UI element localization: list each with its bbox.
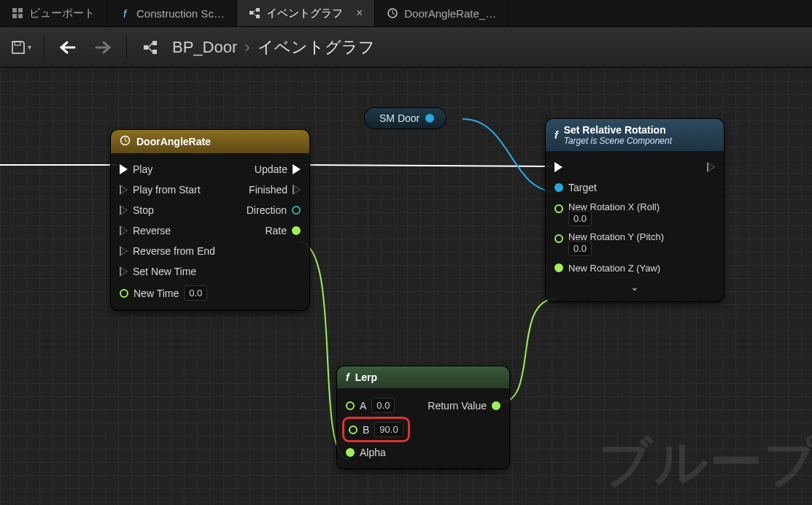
breadcrumb: BP_Door › イベントグラフ <box>172 36 375 58</box>
watermark: ブループ <box>599 428 812 498</box>
input-pin-a[interactable] <box>346 401 355 410</box>
exec-in[interactable] <box>554 162 562 172</box>
clock-icon <box>120 135 131 148</box>
tab-viewport[interactable]: ビューポート <box>0 0 107 26</box>
set-relative-rotation-node[interactable]: f Set Relative Rotation Target is Scene … <box>546 119 724 301</box>
input-pin-roll[interactable] <box>554 204 563 213</box>
pin-label: Alpha <box>360 447 386 458</box>
a-input[interactable]: 0.0 <box>371 398 395 413</box>
input-pin-target[interactable] <box>554 183 563 192</box>
input-pin-alpha[interactable] <box>346 448 355 457</box>
tab-doorangle-timeline[interactable]: DoorAngleRate_… <box>375 0 509 26</box>
node-body: A0.0 Return Value B90.0 Alpha <box>337 388 509 469</box>
save-dropdown-button[interactable]: ▾ <box>7 34 34 61</box>
lerp-node[interactable]: f Lerp A0.0 Return Value B90.0 Alpha <box>337 366 509 469</box>
exec-out-finished[interactable] <box>293 185 301 195</box>
pin-label: Set New Time <box>133 266 196 277</box>
breadcrumb-root[interactable]: BP_Door <box>172 38 237 57</box>
tab-label: DoorAngleRate_… <box>404 7 496 20</box>
nav-back-button[interactable] <box>55 34 81 61</box>
svg-line-17 <box>148 47 152 52</box>
svg-rect-1 <box>18 8 23 12</box>
viewport-icon <box>12 7 23 19</box>
node-title: Lerp <box>355 371 377 383</box>
node-header: f Set Relative Rotation Target is Scene … <box>546 119 724 151</box>
new-time-input[interactable]: 0.0 <box>184 285 207 301</box>
graph-canvas[interactable]: ブループ SM Door DoorAngleRate Play Update P… <box>0 68 812 505</box>
pin-label: Return Value <box>428 400 487 412</box>
highlighted-input-b: B90.0 <box>346 420 406 439</box>
output-pin-direction[interactable] <box>292 206 301 215</box>
expand-struct-button[interactable]: ⌄ <box>546 278 724 296</box>
timeline-node[interactable]: DoorAngleRate Play Update Play from Star… <box>111 130 309 310</box>
roll-input[interactable]: 0.0 <box>568 211 592 226</box>
close-icon[interactable]: × <box>356 7 363 20</box>
pitch-input[interactable]: 0.0 <box>568 241 592 256</box>
svg-rect-2 <box>12 14 17 18</box>
input-pin-pitch[interactable] <box>554 234 563 243</box>
output-pin-return[interactable] <box>492 401 500 410</box>
node-title: Set Relative Rotation <box>564 124 666 136</box>
svg-rect-15 <box>152 50 157 54</box>
exec-in-reverse-from-end[interactable] <box>120 246 128 256</box>
svg-line-11 <box>393 13 395 15</box>
timeline-icon <box>387 7 398 19</box>
svg-rect-4 <box>250 11 253 15</box>
b-input[interactable]: 90.0 <box>374 422 403 437</box>
svg-line-7 <box>253 9 256 12</box>
tab-label: ビューポート <box>29 7 95 20</box>
exec-in-reverse[interactable] <box>120 225 128 236</box>
svg-rect-5 <box>256 8 260 12</box>
exec-in-play[interactable] <box>120 164 128 174</box>
graph-icon <box>137 34 163 61</box>
input-pin-new-time[interactable] <box>120 289 128 298</box>
pin-label: Target <box>568 182 597 193</box>
pin-label: Direction <box>247 204 287 216</box>
variable-node-sm-door[interactable]: SM Door <box>365 108 446 128</box>
svg-line-16 <box>148 43 152 47</box>
pin-label: Reverse <box>133 225 171 236</box>
pin-label: Play from Start <box>133 184 201 196</box>
input-pin-b[interactable] <box>349 425 357 434</box>
node-title: DoorAngleRate <box>136 136 211 147</box>
tab-construction-script[interactable]: f Construction Sc… <box>107 0 237 26</box>
exec-out-update[interactable] <box>293 164 301 174</box>
svg-line-8 <box>253 13 256 16</box>
svg-rect-13 <box>144 45 148 50</box>
function-icon: f <box>346 371 349 383</box>
pin-label: Update <box>255 163 287 175</box>
svg-rect-0 <box>12 8 17 12</box>
toolbar: ▾ BP_Door › イベントグラフ <box>0 27 812 68</box>
graph-icon <box>249 7 260 19</box>
node-header: f Lerp <box>337 366 509 388</box>
output-pin-object[interactable] <box>425 114 434 123</box>
pin-label: Reverse from End <box>133 245 215 257</box>
function-icon: f <box>119 7 131 19</box>
node-body: Target New Rotation X (Roll)0.0 New Rota… <box>546 151 724 301</box>
svg-rect-3 <box>18 14 23 18</box>
svg-rect-14 <box>152 41 157 45</box>
exec-out[interactable] <box>707 162 715 172</box>
breadcrumb-leaf[interactable]: イベントグラフ <box>258 36 375 58</box>
node-header: DoorAngleRate <box>111 130 309 153</box>
pin-label: Rate <box>265 225 287 236</box>
pin-label: B <box>363 424 369 436</box>
pin-label: New Time <box>134 288 179 299</box>
nav-forward-button[interactable] <box>90 34 116 61</box>
pin-label: Stop <box>133 204 154 216</box>
node-subtitle: Target is Scene Component <box>564 136 672 146</box>
input-pin-yaw[interactable] <box>554 263 563 272</box>
svg-line-20 <box>125 141 128 142</box>
exec-in-play-from-start[interactable] <box>120 185 128 195</box>
output-pin-rate[interactable] <box>292 226 301 235</box>
svg-rect-6 <box>256 15 260 18</box>
tab-label: Construction Sc… <box>136 7 225 20</box>
pin-label: A <box>360 400 366 412</box>
tab-bar: ビューポート f Construction Sc… イベントグラフ × Door… <box>0 0 812 27</box>
tab-label: イベントグラフ <box>266 7 343 20</box>
pin-label: Finished <box>249 184 287 196</box>
pin-label: Play <box>133 163 152 175</box>
exec-in-set-new-time[interactable] <box>120 266 128 277</box>
tab-event-graph[interactable]: イベントグラフ × <box>237 0 375 26</box>
exec-in-stop[interactable] <box>120 205 128 215</box>
